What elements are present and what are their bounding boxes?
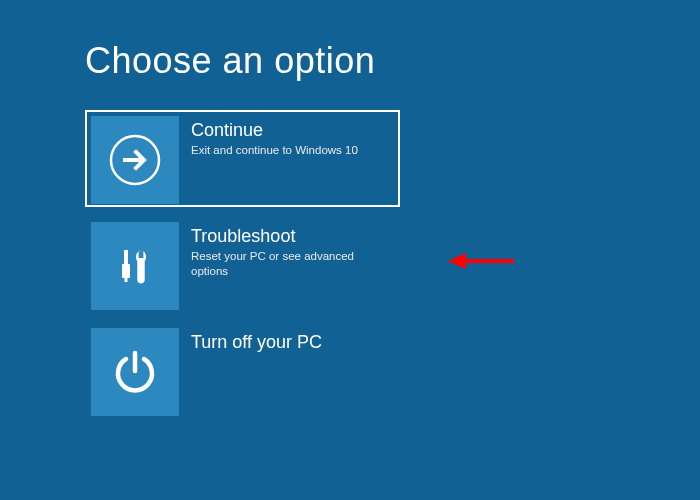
svg-rect-2 xyxy=(122,264,130,278)
svg-rect-1 xyxy=(124,250,128,264)
tile-label: Turn off your PC xyxy=(191,332,322,353)
tools-icon xyxy=(91,222,179,310)
tile-desc: Reset your PC or see advanced options xyxy=(191,249,394,279)
svg-rect-3 xyxy=(125,278,128,282)
choose-option-screen: Choose an option Continue Exit and conti… xyxy=(0,0,700,419)
continue-button[interactable]: Continue Exit and continue to Windows 10 xyxy=(85,110,400,207)
tile-text: Troubleshoot Reset your PC or see advanc… xyxy=(179,222,394,307)
tile-label: Troubleshoot xyxy=(191,226,394,247)
power-icon xyxy=(91,328,179,416)
troubleshoot-button[interactable]: Troubleshoot Reset your PC or see advanc… xyxy=(85,216,400,313)
tile-text: Continue Exit and continue to Windows 10 xyxy=(179,116,358,201)
tile-label: Continue xyxy=(191,120,358,141)
page-title: Choose an option xyxy=(85,40,700,82)
tile-desc: Exit and continue to Windows 10 xyxy=(191,143,358,158)
arrow-right-icon xyxy=(91,116,179,204)
turn-off-button[interactable]: Turn off your PC xyxy=(85,322,400,419)
tile-text: Turn off your PC xyxy=(179,328,322,413)
